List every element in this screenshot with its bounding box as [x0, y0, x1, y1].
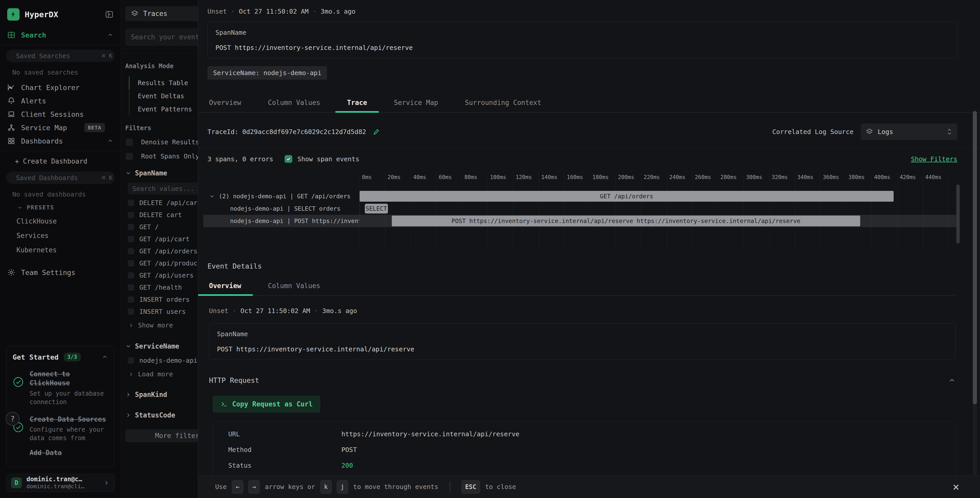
- tab-surrounding-context[interactable]: Surrounding Context: [465, 95, 541, 112]
- scrollbar-thumb[interactable]: [973, 111, 977, 404]
- load-more-link[interactable]: Load more: [128, 370, 198, 378]
- panel-scrollbar[interactable]: [973, 110, 977, 476]
- task-add-data[interactable]: Add Data: [13, 449, 108, 462]
- span-bar[interactable]: POST https://inventory-service.internal/…: [392, 215, 861, 227]
- mode-event-deltas[interactable]: Event Deltas: [129, 89, 198, 103]
- facet-value-search-input[interactable]: [132, 185, 198, 192]
- mode-results-table[interactable]: Results Table: [129, 77, 198, 89]
- task-create-data-sources[interactable]: Create Data Sources Configure where your…: [13, 415, 108, 443]
- facet-value-row[interactable]: DELETE /api/cart: [128, 199, 198, 207]
- span-bar[interactable]: GET /api/orders: [360, 191, 894, 202]
- row-value: https://inventory-service.internal/api/r…: [341, 430, 519, 438]
- checkbox[interactable]: [128, 212, 134, 218]
- dashboards-icon: [7, 137, 16, 145]
- facet-statuscode[interactable]: StatusCode: [125, 411, 198, 419]
- mode-event-patterns[interactable]: Event Patterns: [129, 103, 198, 116]
- sidebar-collapse-icon[interactable]: [105, 10, 114, 19]
- saved-searches-search[interactable]: ⌘ K: [6, 49, 115, 62]
- facet-spankind[interactable]: SpanKind: [125, 391, 198, 399]
- facet-value-row[interactable]: GET /api/products: [128, 260, 198, 267]
- checkbox[interactable]: [128, 200, 134, 206]
- span-bar[interactable]: SELECT: [365, 204, 388, 214]
- key-arrow-right: →: [248, 480, 260, 494]
- layers-icon: [131, 10, 138, 18]
- preset-clickhouse[interactable]: ClickHouse: [0, 217, 121, 225]
- user-menu[interactable]: D dominic.tran@c… dominic.tran@cli…: [6, 474, 115, 492]
- facet-value-search[interactable]: [128, 183, 198, 195]
- facet-value-row[interactable]: INSERT orders: [128, 296, 198, 303]
- checkbox[interactable]: [128, 284, 134, 290]
- tab-ed-column-values[interactable]: Column Values: [268, 278, 320, 295]
- preset-services[interactable]: Services: [0, 232, 121, 239]
- tab-overview[interactable]: Overview: [209, 95, 241, 112]
- facet-value-row[interactable]: INSERT users: [128, 308, 198, 315]
- span-row[interactable]: (2) nodejs-demo-api | GET /api/orders GE…: [204, 190, 958, 203]
- span-row[interactable]: nodejs-demo-api | SELECT orders SELECT: [204, 203, 958, 215]
- span-row-selected[interactable]: nodejs-demo-api | POST https://invento P…: [204, 215, 958, 227]
- sidebar-item-chart-explorer[interactable]: Chart Explorer: [0, 81, 121, 94]
- chevron-down-icon[interactable]: [209, 193, 215, 200]
- search-filters-panel: Traces Analysis Mode Results Table Event…: [121, 0, 198, 498]
- tick-label: 240ms: [667, 172, 692, 184]
- checkbox[interactable]: [128, 236, 134, 242]
- copy-request-as-curl-button[interactable]: Copy Request as Curl: [213, 396, 320, 413]
- saved-dashboards-search[interactable]: ⌘ K: [6, 172, 115, 184]
- create-dashboard-button[interactable]: + Create Dashboard: [0, 156, 121, 167]
- get-started-card: Get Started 3/3 Connect to ClickHouse Se…: [6, 346, 115, 467]
- facet-spanname[interactable]: SpanName: [125, 169, 198, 177]
- source-selector-button[interactable]: Traces: [125, 6, 198, 21]
- sidebar-item-search[interactable]: Search: [0, 28, 121, 42]
- tab-ed-overview[interactable]: Overview: [209, 278, 241, 295]
- facet-value-row[interactable]: GET /api/cart: [128, 235, 198, 243]
- facet-servicename[interactable]: ServiceName: [125, 342, 198, 350]
- log-source-select[interactable]: Logs: [861, 123, 958, 140]
- sidebar-item-service-map[interactable]: Service Map BETA: [0, 121, 121, 134]
- facet-value-row[interactable]: nodejs-demo-api: [128, 357, 198, 364]
- chevron-up-icon[interactable]: [102, 354, 108, 361]
- tab-service-map[interactable]: Service Map: [394, 95, 438, 112]
- show-filters-link[interactable]: Show Filters: [911, 155, 958, 163]
- checkbox[interactable]: [128, 260, 134, 267]
- checkbox[interactable]: [128, 224, 134, 230]
- task-connect-clickhouse[interactable]: Connect to ClickHouse Set up your databa…: [13, 370, 108, 406]
- facet-value-row[interactable]: DELETE cart: [128, 211, 198, 219]
- tab-trace[interactable]: Trace: [347, 95, 367, 112]
- close-icon[interactable]: ×: [953, 481, 960, 493]
- sidebar-item-client-sessions[interactable]: Client Sessions: [0, 107, 121, 121]
- checkbox[interactable]: [128, 357, 134, 364]
- edit-pencil-icon[interactable]: [373, 128, 380, 136]
- copy-curl-label: Copy Request as Curl: [232, 400, 313, 408]
- tab-column-values[interactable]: Column Values: [268, 95, 320, 112]
- checkbox[interactable]: [128, 296, 134, 303]
- checkbox[interactable]: [126, 139, 133, 146]
- tick-label: 160ms: [564, 172, 590, 184]
- facet-value-row[interactable]: GET /: [128, 223, 198, 231]
- facet-value-row[interactable]: GET /api/orders: [128, 247, 198, 255]
- tick-label: 200ms: [616, 172, 641, 184]
- saved-searches-input[interactable]: [16, 52, 98, 60]
- facet-value-row[interactable]: GET /health: [128, 284, 198, 291]
- service-name-chip[interactable]: ServiceName: nodejs-demo-api: [207, 66, 327, 80]
- checkbox[interactable]: [128, 308, 134, 315]
- show-more-link[interactable]: Show more: [128, 322, 198, 329]
- checkbox[interactable]: [128, 248, 134, 254]
- denoise-results-toggle[interactable]: Denoise Results: [126, 138, 198, 146]
- saved-dashboards-input[interactable]: [16, 174, 98, 182]
- more-filters-button[interactable]: More filters: [125, 429, 198, 442]
- presets-section[interactable]: PRESETS: [17, 204, 121, 211]
- checkbox[interactable]: [126, 153, 133, 160]
- event-search-box[interactable]: [125, 28, 198, 46]
- no-saved-dashboards-text: No saved dashboards: [0, 191, 121, 198]
- collapse-section-icon[interactable]: [948, 377, 956, 384]
- sidebar-item-dashboards[interactable]: Dashboards: [0, 134, 121, 148]
- root-spans-toggle[interactable]: Root Spans Only: [126, 153, 198, 160]
- sidebar-item-alerts[interactable]: Alerts: [0, 94, 121, 107]
- facet-value-row[interactable]: GET /api/users: [128, 271, 198, 279]
- preset-kubernetes[interactable]: Kubernetes: [0, 246, 121, 254]
- help-button[interactable]: ?: [6, 412, 19, 426]
- checkbox[interactable]: [128, 272, 134, 279]
- waterfall-scrollbar[interactable]: [956, 184, 960, 244]
- sidebar-item-team-settings[interactable]: Team Settings: [0, 266, 121, 279]
- show-span-events-checkbox[interactable]: [285, 155, 292, 163]
- event-search-input[interactable]: [131, 33, 198, 41]
